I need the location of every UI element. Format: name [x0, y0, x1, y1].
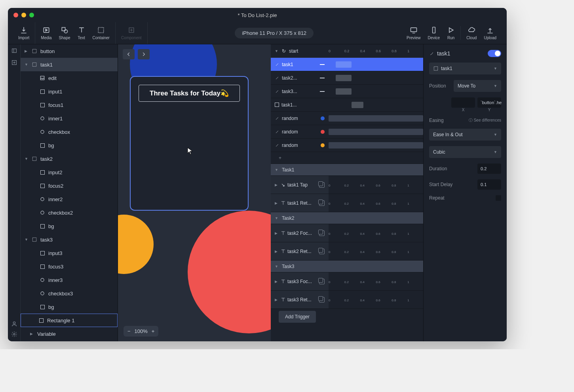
- chevron-down-icon[interactable]: ▼: [275, 49, 279, 53]
- svg-point-2: [64, 30, 67, 33]
- layer-edit[interactable]: edit: [21, 71, 118, 85]
- svg-rect-3: [99, 27, 104, 32]
- layer-input2[interactable]: input2: [21, 166, 118, 179]
- shape-button[interactable]: Shape: [59, 26, 70, 40]
- forward-button[interactable]: [138, 49, 150, 59]
- layer-inner1[interactable]: inner1: [21, 112, 118, 125]
- back-button[interactable]: [123, 49, 135, 59]
- copy-icon[interactable]: [319, 182, 325, 188]
- add-icon[interactable]: [11, 59, 17, 66]
- layer-rectangle[interactable]: Rectangle 1: [21, 314, 118, 327]
- layer-task3[interactable]: ▼task3: [21, 233, 118, 246]
- y-input[interactable]: `button`.he: [477, 97, 501, 108]
- refresh-icon[interactable]: ↻: [282, 48, 286, 54]
- traffic-lights: [13, 13, 34, 17]
- media-button[interactable]: Media: [41, 26, 51, 40]
- delay-input[interactable]: 0.1: [477, 179, 501, 190]
- copy-icon[interactable]: [319, 200, 325, 206]
- import-button[interactable]: Import: [18, 26, 29, 40]
- group-task3[interactable]: ▼Task3: [271, 261, 423, 272]
- svg-rect-22: [434, 67, 437, 70]
- minus-icon[interactable]: [320, 64, 325, 65]
- track-random2[interactable]: ⟋random: [271, 125, 423, 139]
- layer-inner2[interactable]: inner2: [21, 192, 118, 206]
- layer-variable[interactable]: ▶Variable: [21, 327, 118, 341]
- container-button[interactable]: Container: [93, 26, 110, 40]
- rect-icon: [40, 89, 45, 94]
- preview-button[interactable]: Preview: [407, 26, 421, 40]
- add-track[interactable]: +: [271, 152, 423, 164]
- focus-icon: ⊤: [281, 279, 285, 284]
- zoom-out-icon[interactable]: −: [127, 328, 131, 334]
- enable-toggle[interactable]: [488, 50, 501, 57]
- cloud-button[interactable]: Cloud: [466, 26, 477, 40]
- maximize-icon[interactable]: [29, 13, 34, 17]
- group-task1[interactable]: ▼Task1: [271, 164, 423, 176]
- layer-task2[interactable]: ▼task2: [21, 152, 118, 166]
- container-icon: [32, 237, 37, 242]
- layer-checkbox[interactable]: checkbox: [21, 125, 118, 139]
- close-icon[interactable]: [13, 13, 18, 17]
- zoom-control[interactable]: − 100% +: [124, 326, 158, 337]
- user-icon[interactable]: [11, 321, 17, 327]
- canvas[interactable]: Three Tasks for Today💫 − 100% +: [118, 44, 271, 341]
- track-task1b[interactable]: task1...: [271, 98, 423, 112]
- layer-task1[interactable]: ▼task1: [21, 58, 118, 71]
- upload-button[interactable]: Upload: [484, 26, 496, 40]
- device-selector[interactable]: iPhone 11 Pro / X 375 x 812: [235, 28, 314, 38]
- track-task1[interactable]: ⟋task1: [271, 58, 423, 71]
- color-dot: [321, 143, 325, 147]
- trigger-task1-tap[interactable]: ▶↘task1 Tap 00.20.40.60.81: [271, 176, 423, 194]
- panel-toggle-icon[interactable]: [11, 48, 17, 54]
- run-button[interactable]: Run: [447, 26, 455, 40]
- trigger-task2-foc[interactable]: ▶⊤task2 Foc... 00.20.40.60.81: [271, 224, 423, 242]
- copy-icon[interactable]: [319, 297, 325, 303]
- chevron-down-icon: ▼: [494, 67, 497, 70]
- ease-curve-select[interactable]: Cubic▼: [429, 146, 501, 158]
- layer-checkbox3[interactable]: checkbox3: [21, 287, 118, 300]
- group-task2[interactable]: ▼Task2: [271, 212, 423, 224]
- track-random1[interactable]: ⟋random: [271, 112, 423, 125]
- layer-bg3[interactable]: bg: [21, 300, 118, 314]
- layer-inner3[interactable]: inner3: [21, 273, 118, 287]
- repeat-label: Repeat: [429, 195, 445, 201]
- trigger-task1-ret[interactable]: ▶⊤task1 Ret... 00.20.40.60.81: [271, 194, 423, 212]
- copy-icon[interactable]: [319, 249, 325, 254]
- layer-bg1[interactable]: bg: [21, 139, 118, 152]
- trigger-task2-ret[interactable]: ▶⊤task2 Ret... 00.20.40.60.81: [271, 242, 423, 261]
- layer-button[interactable]: ▶button: [21, 44, 118, 58]
- copy-icon[interactable]: [319, 279, 325, 284]
- minimize-icon[interactable]: [21, 13, 26, 17]
- add-trigger-row: Add Trigger: [271, 309, 423, 325]
- layer-focus3[interactable]: focus3: [21, 260, 118, 273]
- text-button[interactable]: Text: [78, 26, 86, 40]
- copy-icon[interactable]: [319, 230, 325, 236]
- see-differences-link[interactable]: ⓘ See differences: [469, 118, 501, 123]
- repeat-checkbox[interactable]: [496, 195, 501, 201]
- position-mode-select[interactable]: Move To▼: [454, 80, 501, 92]
- duration-input[interactable]: 0.2: [477, 164, 501, 174]
- zoom-in-icon[interactable]: +: [152, 328, 155, 334]
- add-trigger-button[interactable]: Add Trigger: [279, 311, 316, 323]
- selected-card[interactable]: Three Tasks for Today💫: [130, 76, 249, 211]
- x-input[interactable]: [451, 97, 475, 108]
- component-button[interactable]: Component: [121, 26, 142, 40]
- minus-icon[interactable]: [320, 91, 325, 92]
- layer-checkbox2[interactable]: checkbox2: [21, 206, 118, 219]
- minus-icon[interactable]: [320, 78, 325, 78]
- layer-bg2[interactable]: bg: [21, 219, 118, 233]
- layer-input1[interactable]: input1: [21, 85, 118, 98]
- track-task2[interactable]: ⟋task2...: [271, 71, 423, 85]
- layer-selector[interactable]: task1 ▼: [429, 63, 501, 74]
- layer-input3[interactable]: input3: [21, 246, 118, 260]
- track-random3[interactable]: ⟋random: [271, 139, 423, 152]
- trigger-task3-ret[interactable]: ▶⊤task3 Ret... 00.20.40.60.81: [271, 291, 423, 309]
- trigger-task3-foc[interactable]: ▶⊤task3 Foc... 00.20.40.60.81: [271, 272, 423, 291]
- rect-icon: [40, 102, 45, 108]
- track-task3[interactable]: ⟋task3...: [271, 85, 423, 98]
- device-button[interactable]: Device: [428, 26, 440, 40]
- layer-focus2[interactable]: focus2: [21, 179, 118, 192]
- layer-focus1[interactable]: focus1: [21, 98, 118, 112]
- ease-type-select[interactable]: Ease In & Out▼: [429, 129, 501, 141]
- gear-icon[interactable]: [11, 331, 17, 337]
